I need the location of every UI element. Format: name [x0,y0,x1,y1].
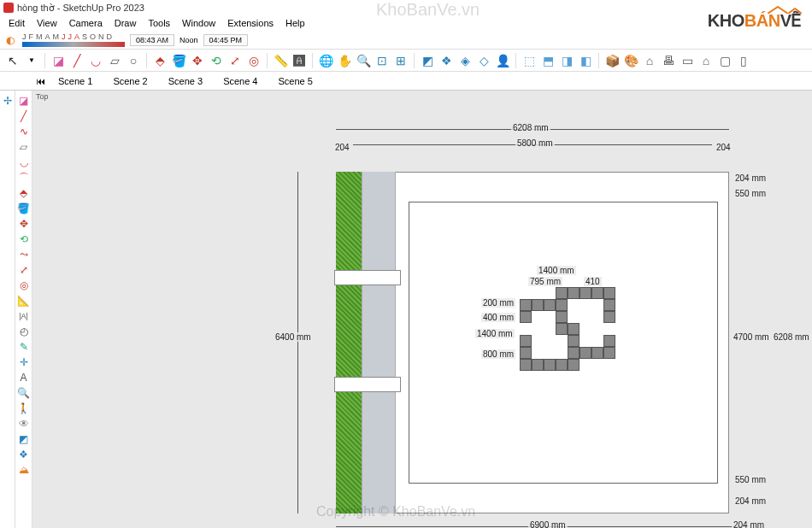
dim-p200: 200 mm [481,298,515,308]
select-tool-icon[interactable]: ↖ [5,53,21,68]
watermark-top: KhoBanVe.vn [376,0,480,20]
t-walk-icon[interactable]: 🚶 [17,402,31,415]
menu-camera[interactable]: Camera [64,18,108,28]
house2-icon[interactable]: ⌂ [698,53,714,68]
text-icon[interactable]: 🅰 [291,53,307,68]
scene-tab-4[interactable]: Scene 4 [215,74,266,88]
brand-logo: KHOBÁNVẼ [708,10,802,31]
t-protractor-icon[interactable]: ◴ [17,325,31,338]
menu-window[interactable]: Window [177,18,221,28]
dim-p410: 410 [584,277,602,286]
person-icon[interactable]: 👤 [495,53,510,68]
t-paint-icon[interactable]: 🪣 [17,202,31,215]
scene-prev-icon[interactable]: ⏮ [34,75,46,87]
door-icon[interactable]: ▯ [736,53,751,68]
paint-icon[interactable]: 🪣 [171,53,186,68]
toolbar-left-1: ✢ [0,91,15,528]
time-gradient[interactable] [22,42,125,47]
grass-strip [336,172,362,513]
t-rect-icon[interactable]: ▱ [17,140,31,154]
style2-icon[interactable]: ◇ [476,53,491,68]
t-scale-icon[interactable]: ⤢ [17,263,31,277]
dim-p1400: 1400 mm [537,266,576,275]
zoom-window-icon[interactable]: ⊡ [374,53,390,68]
dim-p1400v: 1400 mm [475,329,515,338]
month-scale[interactable]: JF MA MJ JA SO ND [22,32,125,41]
circle-icon[interactable]: ○ [126,53,141,68]
scene-tab-3[interactable]: Scene 3 [160,74,211,88]
section-icon[interactable]: ◩ [420,53,435,68]
t-arc-icon[interactable]: ◡ [17,155,31,169]
menu-help[interactable]: Help [280,18,310,28]
offset-icon[interactable]: ◎ [246,53,262,68]
t-eraser-icon[interactable]: ◪ [17,94,31,108]
line-icon[interactable]: ╱ [69,53,85,68]
pan-icon[interactable]: ✋ [337,53,352,68]
t-axes2-icon[interactable]: ✛ [17,355,31,369]
scale-icon[interactable]: ⤢ [227,53,243,68]
dim-204l: 204 [333,143,351,152]
window-icon[interactable]: ▢ [717,53,733,68]
print-icon[interactable]: 🖶 [661,53,676,68]
dim-r6208: 6208 mm [772,332,811,342]
menu-edit[interactable]: Edit [3,18,30,28]
time-start[interactable]: 08:43 AM [130,34,174,46]
time-end[interactable]: 04:45 PM [203,34,249,46]
menu-extensions[interactable]: Extensions [222,18,279,28]
side-icon[interactable]: ◧ [578,53,593,68]
menu-view[interactable]: View [32,18,62,28]
t-tape-icon[interactable]: 📐 [17,294,31,308]
dropdown-icon[interactable]: ▼ [24,53,39,68]
t-section2-icon[interactable]: ◩ [17,432,31,446]
axes-icon[interactable]: ✢ [1,94,15,108]
t-rotate-icon[interactable]: ⟲ [17,232,31,246]
t-follow-icon[interactable]: ⤳ [17,248,31,261]
home-icon[interactable]: ⌂ [642,53,657,68]
t-push-icon[interactable]: ⬘ [17,186,31,200]
scene-tabs: ⏮ Scene 1 Scene 2 Scene 3 Scene 4 Scene … [0,72,812,91]
rotate-icon[interactable]: ⟲ [209,53,224,68]
tape-icon[interactable]: 📏 [273,53,288,68]
walkway [362,172,396,513]
menu-tools[interactable]: Tools [143,18,175,28]
materials-icon[interactable]: 🎨 [623,53,638,68]
scene-tab-2[interactable]: Scene 2 [104,74,156,88]
t-sandbox-icon[interactable]: ⛰ [17,463,31,477]
app-icon [3,3,14,13]
dim-r550b: 550 mm [733,475,768,484]
menu-draw[interactable]: Draw [109,18,142,28]
top-icon[interactable]: ⬒ [540,53,556,68]
scene-tab-5[interactable]: Scene 5 [270,74,321,88]
iso-icon[interactable]: ⬚ [521,53,537,68]
t-arc2-icon[interactable]: ⌒ [17,171,31,185]
eraser-icon[interactable]: ◪ [50,53,66,68]
arc-icon[interactable]: ◡ [88,53,103,68]
zoom-extents-icon[interactable]: ⊞ [393,53,409,68]
t-text-icon[interactable]: ✎ [17,340,31,354]
folder-icon[interactable]: ▭ [680,53,695,68]
t-freehand-icon[interactable]: ∿ [17,125,31,138]
move-icon[interactable]: ✥ [190,53,205,68]
component-icon[interactable]: 📦 [604,53,620,68]
t-3dtext-icon[interactable]: A [17,371,31,384]
view-label: Top [36,92,49,101]
t-layers2-icon[interactable]: ❖ [17,448,31,461]
zoom-icon[interactable]: 🔍 [356,53,371,68]
t-offset-icon[interactable]: ◎ [17,279,31,292]
t-look-icon[interactable]: 👁 [17,417,31,431]
viewport[interactable]: Top 6208 mm 5800 mm 204 204 6400 mm 204 … [32,91,812,528]
layers-icon[interactable]: ❖ [438,53,454,68]
scene-tab-1[interactable]: Scene 1 [50,74,101,88]
pushpull-icon[interactable]: ⬘ [152,53,168,68]
shadow-toggle-icon[interactable]: ◐ [3,33,17,47]
t-dim-icon[interactable]: |A| [17,309,31,323]
orbit-icon[interactable]: 🌐 [318,53,333,68]
t-zoom-icon[interactable]: 🔍 [17,386,31,400]
floor-pattern [520,287,614,373]
t-move-icon[interactable]: ✥ [17,217,31,231]
t-line-icon[interactable]: ╱ [17,109,31,123]
shadows-toolbar: ◐ JF MA MJ JA SO ND 08:43 AM Noon 04:45 … [0,31,812,50]
style1-icon[interactable]: ◈ [457,53,473,68]
front-icon[interactable]: ◨ [559,53,574,68]
rect-icon[interactable]: ▱ [107,53,122,68]
